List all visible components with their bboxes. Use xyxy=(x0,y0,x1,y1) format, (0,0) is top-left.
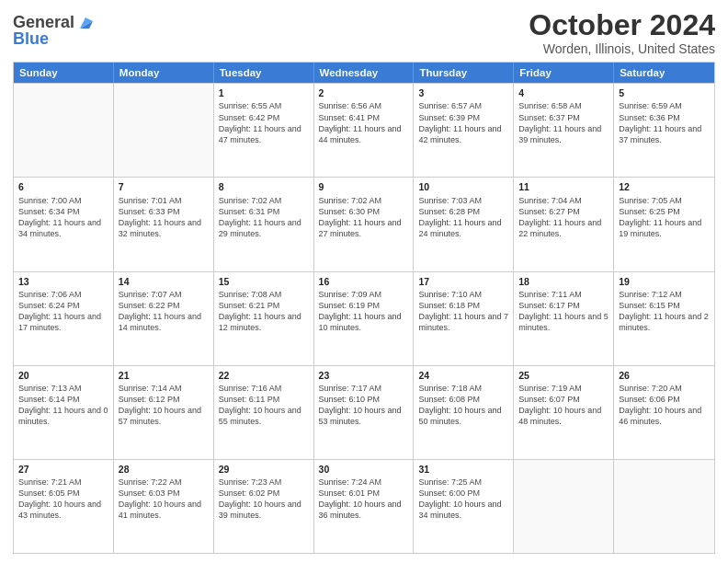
calendar: SundayMondayTuesdayWednesdayThursdayFrid… xyxy=(13,62,715,554)
cal-cell: 2Sunrise: 6:56 AMSunset: 6:41 PMDaylight… xyxy=(314,84,415,177)
day-number: 31 xyxy=(418,463,508,476)
cal-cell: 27Sunrise: 7:21 AMSunset: 6:05 PMDayligh… xyxy=(14,460,114,553)
cal-cell: 30Sunrise: 7:24 AMSunset: 6:01 PMDayligh… xyxy=(314,460,415,553)
cell-info: Sunrise: 6:59 AMSunset: 6:36 PMDaylight:… xyxy=(619,100,710,145)
cal-cell: 3Sunrise: 6:57 AMSunset: 6:39 PMDaylight… xyxy=(414,84,514,177)
cal-cell: 8Sunrise: 7:02 AMSunset: 6:31 PMDaylight… xyxy=(214,178,314,270)
cell-info: Sunrise: 7:11 AMSunset: 6:17 PMDaylight:… xyxy=(518,289,609,334)
calendar-row-4: 27Sunrise: 7:21 AMSunset: 6:05 PMDayligh… xyxy=(14,459,714,553)
header-day-saturday: Saturday xyxy=(614,63,714,83)
header-day-friday: Friday xyxy=(514,63,614,83)
cell-info: Sunrise: 6:57 AMSunset: 6:39 PMDaylight:… xyxy=(418,100,508,145)
cal-cell: 21Sunrise: 7:14 AMSunset: 6:12 PMDayligh… xyxy=(114,366,214,459)
header-day-thursday: Thursday xyxy=(414,63,514,83)
cal-cell: 14Sunrise: 7:07 AMSunset: 6:22 PMDayligh… xyxy=(114,272,214,365)
cell-info: Sunrise: 6:56 AMSunset: 6:41 PMDaylight:… xyxy=(319,100,409,145)
day-number: 1 xyxy=(219,86,309,99)
cell-info: Sunrise: 7:07 AMSunset: 6:22 PMDaylight:… xyxy=(119,289,209,334)
day-number: 12 xyxy=(619,180,710,193)
cell-info: Sunrise: 7:25 AMSunset: 6:00 PMDaylight:… xyxy=(418,477,508,522)
day-number: 10 xyxy=(418,180,508,193)
day-number: 17 xyxy=(418,275,508,288)
cal-cell xyxy=(514,460,614,553)
day-number: 6 xyxy=(18,180,108,193)
cell-info: Sunrise: 7:04 AMSunset: 6:27 PMDaylight:… xyxy=(518,195,609,240)
cal-cell: 28Sunrise: 7:22 AMSunset: 6:03 PMDayligh… xyxy=(114,460,214,553)
cell-info: Sunrise: 7:00 AMSunset: 6:34 PMDaylight:… xyxy=(18,195,108,240)
day-number: 16 xyxy=(319,275,409,288)
day-number: 14 xyxy=(119,275,209,288)
cell-info: Sunrise: 7:23 AMSunset: 6:02 PMDaylight:… xyxy=(219,477,309,522)
cal-cell: 7Sunrise: 7:01 AMSunset: 6:33 PMDaylight… xyxy=(114,178,214,270)
cal-cell: 6Sunrise: 7:00 AMSunset: 6:34 PMDaylight… xyxy=(14,178,114,270)
cell-info: Sunrise: 7:05 AMSunset: 6:25 PMDaylight:… xyxy=(619,195,710,240)
day-number: 4 xyxy=(518,86,609,99)
calendar-row-1: 6Sunrise: 7:00 AMSunset: 6:34 PMDaylight… xyxy=(14,177,714,270)
day-number: 24 xyxy=(418,369,508,382)
cal-cell xyxy=(114,84,214,177)
cal-cell: 13Sunrise: 7:06 AMSunset: 6:24 PMDayligh… xyxy=(14,272,114,365)
cal-cell: 1Sunrise: 6:55 AMSunset: 6:42 PMDaylight… xyxy=(214,84,314,177)
cell-info: Sunrise: 7:14 AMSunset: 6:12 PMDaylight:… xyxy=(119,383,209,428)
cal-cell xyxy=(614,460,714,553)
cal-cell: 24Sunrise: 7:18 AMSunset: 6:08 PMDayligh… xyxy=(414,366,514,459)
cell-info: Sunrise: 7:13 AMSunset: 6:14 PMDaylight:… xyxy=(18,383,108,428)
cal-cell: 29Sunrise: 7:23 AMSunset: 6:02 PMDayligh… xyxy=(214,460,314,553)
cal-cell: 4Sunrise: 6:58 AMSunset: 6:37 PMDaylight… xyxy=(514,84,614,177)
cell-info: Sunrise: 7:02 AMSunset: 6:30 PMDaylight:… xyxy=(319,195,409,240)
cell-info: Sunrise: 7:22 AMSunset: 6:03 PMDaylight:… xyxy=(119,477,209,522)
cal-cell: 26Sunrise: 7:20 AMSunset: 6:06 PMDayligh… xyxy=(614,366,714,459)
cal-cell: 17Sunrise: 7:10 AMSunset: 6:18 PMDayligh… xyxy=(414,272,514,365)
cell-info: Sunrise: 7:01 AMSunset: 6:33 PMDaylight:… xyxy=(119,195,209,240)
cell-info: Sunrise: 7:06 AMSunset: 6:24 PMDaylight:… xyxy=(18,289,108,334)
day-number: 28 xyxy=(119,463,209,476)
day-number: 13 xyxy=(18,275,108,288)
header-day-sunday: Sunday xyxy=(14,63,114,83)
cell-info: Sunrise: 6:55 AMSunset: 6:42 PMDaylight:… xyxy=(219,100,309,145)
location: Worden, Illinois, United States xyxy=(529,41,715,56)
title-block: October 2024 Worden, Illinois, United St… xyxy=(529,9,715,56)
header: General Blue October 2024 Worden, Illino… xyxy=(13,9,715,56)
day-number: 5 xyxy=(619,86,710,99)
day-number: 9 xyxy=(319,180,409,193)
cal-cell: 11Sunrise: 7:04 AMSunset: 6:27 PMDayligh… xyxy=(514,178,614,270)
cell-info: Sunrise: 7:02 AMSunset: 6:31 PMDaylight:… xyxy=(219,195,309,240)
cell-info: Sunrise: 7:16 AMSunset: 6:11 PMDaylight:… xyxy=(219,383,309,428)
calendar-header: SundayMondayTuesdayWednesdayThursdayFrid… xyxy=(14,63,714,83)
cal-cell: 12Sunrise: 7:05 AMSunset: 6:25 PMDayligh… xyxy=(614,178,714,270)
cell-info: Sunrise: 7:03 AMSunset: 6:28 PMDaylight:… xyxy=(418,195,508,240)
day-number: 23 xyxy=(319,369,409,382)
cal-cell: 5Sunrise: 6:59 AMSunset: 6:36 PMDaylight… xyxy=(614,84,714,177)
cell-info: Sunrise: 7:21 AMSunset: 6:05 PMDaylight:… xyxy=(18,477,108,522)
calendar-row-3: 20Sunrise: 7:13 AMSunset: 6:14 PMDayligh… xyxy=(14,365,714,459)
day-number: 19 xyxy=(619,275,710,288)
cal-cell: 18Sunrise: 7:11 AMSunset: 6:17 PMDayligh… xyxy=(514,272,614,365)
logo-blue-text: Blue xyxy=(13,29,97,49)
calendar-body: 1Sunrise: 6:55 AMSunset: 6:42 PMDaylight… xyxy=(14,83,714,553)
cal-cell: 16Sunrise: 7:09 AMSunset: 6:19 PMDayligh… xyxy=(314,272,415,365)
cell-info: Sunrise: 7:19 AMSunset: 6:07 PMDaylight:… xyxy=(518,383,609,428)
cell-info: Sunrise: 7:24 AMSunset: 6:01 PMDaylight:… xyxy=(319,477,409,522)
cal-cell xyxy=(14,84,114,177)
month-title: October 2024 xyxy=(529,9,715,41)
header-day-monday: Monday xyxy=(114,63,214,83)
page: General Blue October 2024 Worden, Illino… xyxy=(0,0,728,563)
cal-cell: 15Sunrise: 7:08 AMSunset: 6:21 PMDayligh… xyxy=(214,272,314,365)
day-number: 22 xyxy=(219,369,309,382)
cal-cell: 22Sunrise: 7:16 AMSunset: 6:11 PMDayligh… xyxy=(214,366,314,459)
day-number: 11 xyxy=(518,180,609,193)
day-number: 18 xyxy=(518,275,609,288)
day-number: 29 xyxy=(219,463,309,476)
cell-info: Sunrise: 7:10 AMSunset: 6:18 PMDaylight:… xyxy=(418,289,508,334)
logo-icon xyxy=(76,12,97,32)
cal-cell: 23Sunrise: 7:17 AMSunset: 6:10 PMDayligh… xyxy=(314,366,415,459)
day-number: 3 xyxy=(418,86,508,99)
cell-info: Sunrise: 7:12 AMSunset: 6:15 PMDaylight:… xyxy=(619,289,710,334)
cal-cell: 31Sunrise: 7:25 AMSunset: 6:00 PMDayligh… xyxy=(414,460,514,553)
cell-info: Sunrise: 7:18 AMSunset: 6:08 PMDaylight:… xyxy=(418,383,508,428)
cal-cell: 19Sunrise: 7:12 AMSunset: 6:15 PMDayligh… xyxy=(614,272,714,365)
cell-info: Sunrise: 7:17 AMSunset: 6:10 PMDaylight:… xyxy=(319,383,409,428)
cell-info: Sunrise: 7:08 AMSunset: 6:21 PMDaylight:… xyxy=(219,289,309,334)
cell-info: Sunrise: 7:09 AMSunset: 6:19 PMDaylight:… xyxy=(319,289,409,334)
day-number: 2 xyxy=(319,86,409,99)
